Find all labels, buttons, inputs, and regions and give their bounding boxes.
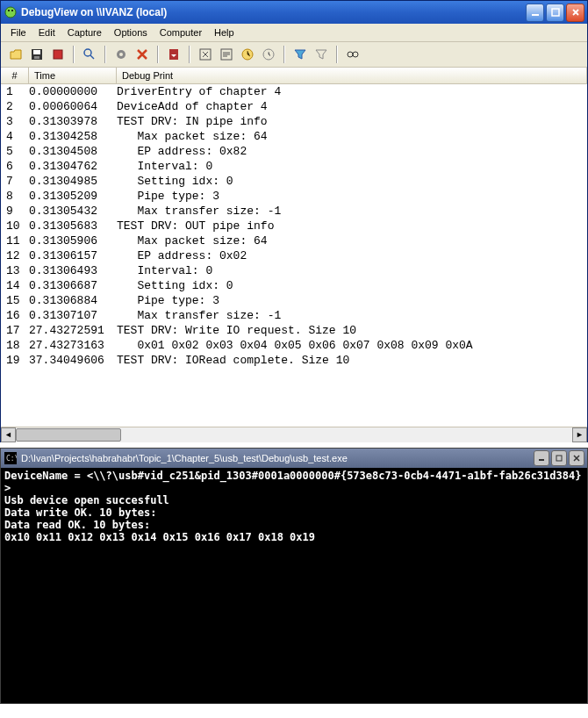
maximize-button[interactable] [551, 450, 567, 466]
row-num: 19 [4, 353, 29, 368]
find-icon[interactable] [343, 45, 362, 64]
row-num: 15 [4, 293, 29, 308]
autoscroll-icon[interactable] [164, 45, 183, 64]
menu-help[interactable]: Help [208, 25, 240, 39]
svg-rect-22 [556, 456, 562, 461]
row-msg: Interval: 0 [117, 263, 584, 278]
log-row[interactable]: 100.31305683TEST DRV: OUT pipe info [1, 219, 587, 233]
minimize-button[interactable] [534, 450, 549, 466]
menu-computer[interactable]: Computer [154, 25, 208, 39]
console-titlebar[interactable]: C:\ D:\Ivan\Projects\habrahabr\Topic_1\C… [1, 449, 587, 468]
log-list[interactable]: 10.00000000DriverEntry of chapter 420.00… [1, 84, 587, 427]
log-row[interactable]: 80.31305209 Pipe type: 3 [1, 189, 587, 204]
scroll-thumb[interactable] [16, 428, 121, 442]
log-row[interactable]: 90.31305432 Max transfer size: -1 [1, 204, 587, 219]
separator [73, 46, 75, 63]
console-output[interactable]: DeviceName = <\\?\usb#vid_c251&pid_1303#… [1, 468, 587, 703]
log-row[interactable]: 160.31307107 Max transfer size: -1 [1, 308, 587, 323]
log-row[interactable]: 60.31304762 Interval: 0 [1, 159, 587, 174]
row-num: 3 [4, 114, 29, 129]
gear-icon[interactable] [111, 45, 131, 64]
separator [104, 46, 106, 63]
row-time: 0.31305432 [29, 204, 117, 219]
row-msg: Max transfer size: -1 [117, 308, 584, 323]
row-msg: Setting idx: 0 [117, 278, 584, 293]
clock-icon[interactable] [238, 45, 257, 64]
svg-rect-8 [54, 50, 62, 59]
row-msg: TEST DRV: IN pipe info [117, 114, 584, 129]
log-row[interactable]: 1937.34049606TEST DRV: IORead complete. … [1, 353, 587, 368]
row-num: 16 [4, 308, 29, 323]
menu-options[interactable]: Options [108, 25, 154, 39]
open-icon[interactable] [6, 45, 25, 64]
scroll-right-icon[interactable]: ► [572, 427, 587, 442]
log-row[interactable]: 150.31306884 Pipe type: 3 [1, 293, 587, 308]
row-time: 0.31307107 [29, 308, 117, 323]
row-num: 12 [4, 248, 29, 263]
window-controls [526, 4, 584, 22]
log-row[interactable]: 140.31306687 Setting idx: 0 [1, 278, 587, 293]
row-time: 0.31305906 [29, 233, 117, 248]
window-title: DebugView on \\IVANZ (local) [21, 6, 526, 18]
row-msg: EP address: 0x82 [117, 144, 584, 159]
clear-icon[interactable] [133, 45, 152, 64]
row-msg: Pipe type: 3 [117, 293, 584, 308]
clear-display-icon[interactable] [196, 45, 215, 64]
log-row[interactable]: 10.00000000DriverEntry of chapter 4 [1, 84, 587, 99]
console-controls [534, 450, 584, 466]
log-row[interactable]: 110.31305906 Max packet size: 64 [1, 233, 587, 248]
log-row[interactable]: 130.31306493 Interval: 0 [1, 263, 587, 278]
row-msg: TEST DRV: Write IO request. Size 10 [117, 323, 584, 338]
column-headers: # Time Debug Print [1, 68, 587, 84]
search-icon[interactable] [80, 45, 99, 64]
col-time-header[interactable]: Time [29, 68, 117, 83]
row-num: 10 [4, 219, 29, 233]
row-time: 0.00060064 [29, 99, 117, 114]
menu-file[interactable]: File [4, 25, 32, 39]
row-num: 14 [4, 278, 29, 293]
timestamp-icon[interactable] [259, 45, 278, 64]
titlebar[interactable]: DebugView on \\IVANZ (local) [1, 1, 587, 24]
row-num: 7 [4, 174, 29, 189]
log-row[interactable]: 40.31304258 Max packet size: 64 [1, 129, 587, 144]
row-num: 18 [4, 338, 29, 353]
log-row[interactable]: 50.31304508 EP address: 0x82 [1, 144, 587, 159]
save-icon[interactable] [27, 45, 47, 64]
filter-icon[interactable] [290, 45, 310, 64]
highlight-icon[interactable] [312, 45, 331, 64]
log-row[interactable]: 1727.43272591TEST DRV: Write IO request.… [1, 323, 587, 338]
h-scrollbar[interactable]: ◄ ► [1, 427, 587, 442]
row-time: 0.31306493 [29, 263, 117, 278]
menu-edit[interactable]: Edit [32, 25, 61, 39]
minimize-button[interactable] [526, 4, 544, 22]
toolbar [1, 42, 587, 68]
col-num-header[interactable]: # [1, 68, 29, 83]
row-time: 0.31304508 [29, 144, 117, 159]
menu-capture[interactable]: Capture [61, 25, 108, 39]
log-row[interactable]: 30.31303978TEST DRV: IN pipe info [1, 114, 587, 129]
row-time: 0.31306157 [29, 248, 117, 263]
maximize-button[interactable] [546, 4, 564, 22]
close-button[interactable] [569, 450, 584, 466]
console-title: D:\Ivan\Projects\habrahabr\Topic_1\Chapt… [21, 453, 534, 463]
scroll-track[interactable] [16, 427, 572, 442]
cmd-icon: C:\ [4, 451, 18, 465]
svg-rect-21 [539, 459, 544, 461]
row-num: 9 [4, 204, 29, 219]
row-time: 0.31303978 [29, 114, 117, 129]
svg-point-17 [348, 52, 353, 57]
console-window: C:\ D:\Ivan\Projects\habrahabr\Topic_1\C… [0, 448, 588, 704]
svg-point-11 [119, 53, 123, 56]
row-num: 8 [4, 189, 29, 204]
col-msg-header[interactable]: Debug Print [117, 68, 587, 83]
row-msg: Max packet size: 64 [117, 129, 584, 144]
capture-icon[interactable] [48, 45, 68, 64]
row-msg: EP address: 0x02 [117, 248, 584, 263]
close-button[interactable] [566, 4, 584, 22]
log-row[interactable]: 70.31304985 Setting idx: 0 [1, 174, 587, 189]
log-row[interactable]: 20.00060064DeviceAdd of chapter 4 [1, 99, 587, 114]
wrap-icon[interactable] [217, 45, 236, 64]
log-row[interactable]: 1827.43273163 0x01 0x02 0x03 0x04 0x05 0… [1, 338, 587, 353]
scroll-left-icon[interactable]: ◄ [1, 427, 16, 442]
log-row[interactable]: 120.31306157 EP address: 0x02 [1, 248, 587, 263]
